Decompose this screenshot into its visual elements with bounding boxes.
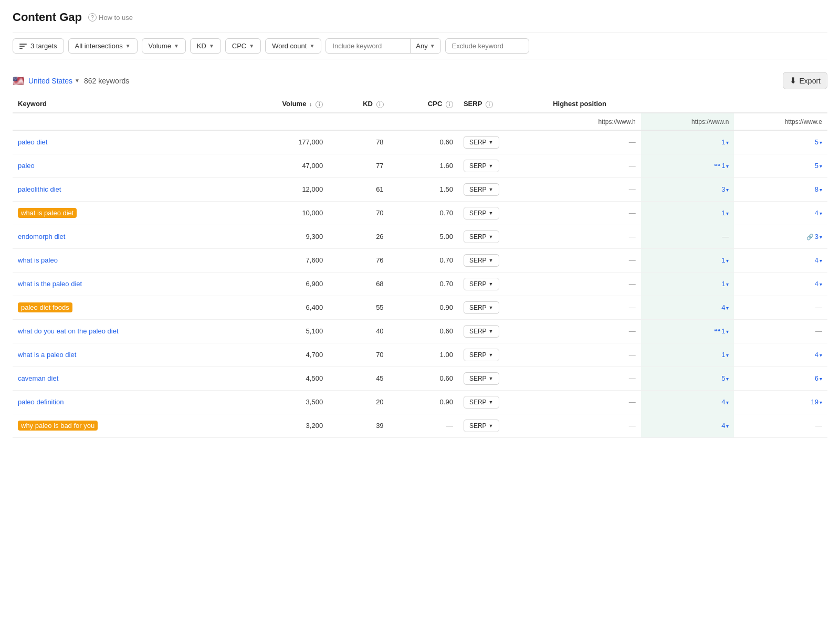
position-3-caret[interactable]: ▾: [820, 400, 822, 405]
position-3-caret[interactable]: ▾: [820, 352, 822, 358]
serp-button[interactable]: SERP ▼: [464, 372, 499, 385]
keyword-link[interactable]: paleo diet: [18, 138, 47, 146]
position-2-cell[interactable]: 1▾: [641, 130, 734, 154]
serp-cell[interactable]: SERP ▼: [458, 366, 548, 390]
serp-cell[interactable]: SERP ▼: [458, 343, 548, 366]
position-3-cell[interactable]: 19▾: [734, 390, 827, 414]
position-2-caret[interactable]: ▾: [726, 140, 729, 145]
serp-cell[interactable]: SERP ▼: [458, 201, 548, 225]
position-3-caret[interactable]: ▾: [820, 281, 822, 287]
position-3-cell[interactable]: 🔗3▾: [734, 225, 827, 248]
kd-info-icon[interactable]: i: [376, 101, 384, 108]
position-3-cell[interactable]: 4▾: [734, 272, 827, 296]
position-3-caret[interactable]: ▾: [820, 258, 822, 264]
position-2-caret[interactable]: ▾: [726, 187, 729, 193]
keyword-link[interactable]: caveman diet: [18, 374, 58, 382]
word-count-button[interactable]: Word count ▼: [265, 38, 321, 54]
serp-cell[interactable]: SERP ▼: [458, 154, 548, 177]
serp-button[interactable]: SERP ▼: [464, 420, 499, 432]
position-3-cell[interactable]: 4▾: [734, 201, 827, 225]
position-3-cell[interactable]: 6▾: [734, 366, 827, 390]
serp-info-icon[interactable]: i: [486, 101, 493, 108]
highlighted-keyword[interactable]: why paleo is bad for you: [18, 421, 98, 431]
keyword-link[interactable]: what do you eat on the paleo diet: [18, 327, 119, 335]
keyword-cell[interactable]: what do you eat on the paleo diet: [13, 319, 228, 343]
position-3-caret[interactable]: ▾: [820, 187, 822, 193]
position-2-cell[interactable]: 1▾: [641, 272, 734, 296]
keyword-cell[interactable]: what is a paleo diet: [13, 343, 228, 366]
position-2-caret[interactable]: ▾: [726, 329, 729, 334]
keyword-cell[interactable]: paleo diet foods: [13, 296, 228, 319]
kd-button[interactable]: KD ▼: [190, 38, 221, 54]
position-2-cell[interactable]: 1▾: [641, 201, 734, 225]
serp-cell[interactable]: SERP ▼: [458, 414, 548, 437]
position-3-cell[interactable]: —: [734, 296, 827, 319]
targets-button[interactable]: 3 targets: [13, 38, 64, 54]
position-2-cell[interactable]: 4▾: [641, 296, 734, 319]
keyword-link[interactable]: paleo: [18, 162, 35, 170]
col-volume[interactable]: Volume ↓ i: [228, 96, 328, 113]
position-2-cell[interactable]: —: [641, 225, 734, 248]
serp-cell[interactable]: SERP ▼: [458, 248, 548, 272]
position-2-cell[interactable]: ❝❝1▾: [641, 319, 734, 343]
position-3-cell[interactable]: —: [734, 319, 827, 343]
serp-button[interactable]: SERP ▼: [464, 136, 499, 149]
position-3-caret[interactable]: ▾: [820, 140, 822, 145]
country-select[interactable]: United States ▼: [28, 77, 80, 85]
keyword-cell[interactable]: what is paleo diet: [13, 201, 228, 225]
serp-button[interactable]: SERP ▼: [464, 254, 499, 267]
position-3-caret[interactable]: ▾: [820, 376, 822, 382]
serp-cell[interactable]: SERP ▼: [458, 272, 548, 296]
position-3-caret[interactable]: ▾: [820, 163, 822, 169]
serp-button[interactable]: SERP ▼: [464, 160, 499, 172]
keyword-link[interactable]: paleo definition: [18, 398, 64, 406]
position-2-cell[interactable]: 4▾: [641, 390, 734, 414]
position-3-cell[interactable]: 5▾: [734, 130, 827, 154]
position-2-caret[interactable]: ▾: [726, 258, 729, 264]
keyword-cell[interactable]: paleo definition: [13, 390, 228, 414]
serp-button[interactable]: SERP ▼: [464, 278, 499, 290]
export-button[interactable]: ⬇ Export: [783, 72, 827, 89]
serp-button[interactable]: SERP ▼: [464, 231, 499, 243]
keyword-cell[interactable]: paleolithic diet: [13, 177, 228, 201]
position-3-cell[interactable]: 8▾: [734, 177, 827, 201]
keyword-link[interactable]: what is the paleo diet: [18, 280, 82, 288]
serp-cell[interactable]: SERP ▼: [458, 319, 548, 343]
position-2-caret[interactable]: ▾: [726, 281, 729, 287]
position-2-cell[interactable]: 1▾: [641, 343, 734, 366]
position-2-caret[interactable]: ▾: [726, 305, 729, 311]
highlighted-keyword[interactable]: what is paleo diet: [18, 208, 77, 218]
position-3-cell[interactable]: 4▾: [734, 343, 827, 366]
position-3-caret[interactable]: ▾: [820, 234, 822, 240]
position-2-caret[interactable]: ▾: [726, 211, 729, 216]
serp-button[interactable]: SERP ▼: [464, 183, 499, 196]
keyword-cell[interactable]: caveman diet: [13, 366, 228, 390]
position-2-caret[interactable]: ▾: [726, 352, 729, 358]
keyword-cell[interactable]: why paleo is bad for you: [13, 414, 228, 437]
position-2-cell[interactable]: 4▾: [641, 414, 734, 437]
exclude-keyword-input[interactable]: [445, 38, 529, 54]
position-2-caret[interactable]: ▾: [726, 163, 729, 169]
keyword-link[interactable]: what is a paleo diet: [18, 351, 76, 359]
keyword-cell[interactable]: endomorph diet: [13, 225, 228, 248]
serp-button[interactable]: SERP ▼: [464, 349, 499, 361]
keyword-cell[interactable]: paleo: [13, 154, 228, 177]
serp-cell[interactable]: SERP ▼: [458, 390, 548, 414]
position-2-caret[interactable]: ▾: [726, 376, 729, 382]
serp-button[interactable]: SERP ▼: [464, 325, 499, 338]
position-3-caret[interactable]: ▾: [820, 211, 822, 216]
serp-button[interactable]: SERP ▼: [464, 396, 499, 408]
position-2-cell[interactable]: ❝❝1▾: [641, 154, 734, 177]
serp-button[interactable]: SERP ▼: [464, 301, 499, 314]
serp-button[interactable]: SERP ▼: [464, 207, 499, 219]
keyword-link[interactable]: endomorph diet: [18, 233, 65, 240]
cpc-button[interactable]: CPC ▼: [225, 38, 261, 54]
how-to-use-link[interactable]: ? How to use: [88, 13, 133, 22]
serp-cell[interactable]: SERP ▼: [458, 130, 548, 154]
position-2-caret[interactable]: ▾: [726, 423, 729, 429]
volume-info-icon[interactable]: i: [316, 101, 323, 108]
keyword-link[interactable]: what is paleo: [18, 256, 58, 264]
position-2-cell[interactable]: 3▾: [641, 177, 734, 201]
position-3-cell[interactable]: —: [734, 414, 827, 437]
serp-cell[interactable]: SERP ▼: [458, 296, 548, 319]
